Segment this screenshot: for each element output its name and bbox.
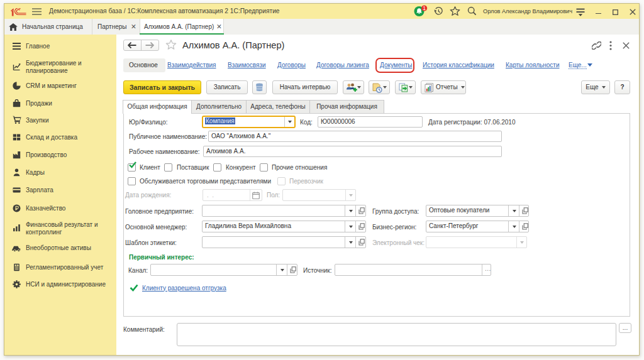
svg-text:1: 1 <box>423 5 426 11</box>
